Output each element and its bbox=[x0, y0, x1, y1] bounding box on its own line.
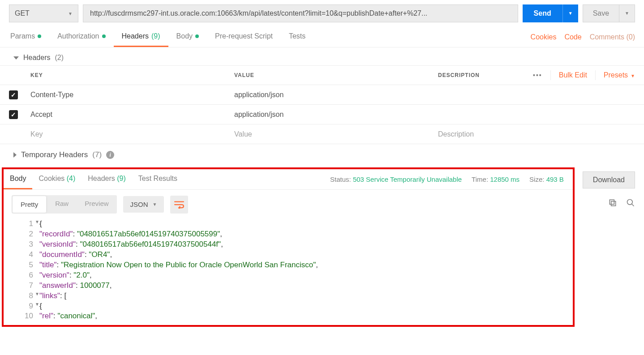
code-link[interactable]: Code bbox=[564, 33, 581, 41]
code-line: 2"recordId": "048016517ab56ef01451974037… bbox=[4, 229, 573, 240]
wrap-icon bbox=[174, 201, 184, 209]
header-row: ✓ Accept application/json bbox=[0, 105, 644, 124]
view-preview[interactable]: Preview bbox=[77, 195, 116, 214]
wrap-lines-button[interactable] bbox=[170, 196, 188, 214]
format-select[interactable]: JSON ▼ bbox=[123, 196, 164, 213]
size-value: 493 B bbox=[546, 175, 564, 183]
temporary-headers-toggle[interactable]: Temporary Headers (7) i bbox=[0, 144, 644, 166]
request-links: Cookies Code Comments (0) bbox=[531, 33, 642, 41]
presets-link[interactable]: Presets▼ bbox=[604, 71, 635, 79]
dot-icon bbox=[195, 34, 199, 38]
response-side: Download bbox=[576, 166, 644, 216]
header-description-input[interactable]: Description bbox=[434, 130, 644, 138]
cookies-link[interactable]: Cookies bbox=[531, 33, 557, 41]
copy-icon[interactable] bbox=[608, 198, 617, 207]
svg-line-3 bbox=[632, 204, 634, 206]
code-line: 6"version": "2.0", bbox=[4, 270, 573, 281]
fold-icon[interactable]: ▼ bbox=[35, 291, 39, 297]
headers-title: Headers bbox=[23, 54, 50, 62]
chevron-right-icon bbox=[13, 152, 17, 158]
status-value: 503 Service Temporarily Unavailable bbox=[353, 175, 462, 183]
more-options-icon[interactable]: ••• bbox=[533, 72, 542, 79]
search-icon[interactable] bbox=[626, 198, 635, 207]
header-key[interactable]: Content-Type bbox=[27, 91, 231, 99]
response-tab-body[interactable]: Body bbox=[4, 169, 32, 189]
temporary-headers-count: (7) bbox=[92, 150, 102, 159]
header-key-input[interactable]: Key bbox=[27, 130, 231, 138]
chevron-down-icon: ▼ bbox=[153, 202, 157, 207]
request-tabs: Params Authorization Headers(9) Body Pre… bbox=[0, 27, 644, 47]
code-line: 8▼"links": [ bbox=[4, 291, 573, 301]
view-mode-segment: Pretty Raw Preview bbox=[12, 195, 117, 214]
tab-headers[interactable]: Headers(9) bbox=[114, 27, 168, 47]
tab-pre-request[interactable]: Pre-request Script bbox=[207, 27, 281, 47]
response-body: 1▼{2"recordId": "048016517ab56ef01451974… bbox=[4, 219, 573, 325]
code-line: 9▼{ bbox=[4, 301, 573, 312]
save-button[interactable]: Save ▼ bbox=[583, 4, 635, 22]
header-value[interactable]: application/json bbox=[231, 91, 434, 99]
view-pretty[interactable]: Pretty bbox=[13, 196, 46, 213]
status-label: Status: bbox=[330, 175, 351, 183]
header-value[interactable]: application/json bbox=[231, 111, 434, 119]
time-label: Time: bbox=[472, 175, 488, 183]
send-dropdown-icon[interactable]: ▼ bbox=[563, 4, 578, 22]
view-raw[interactable]: Raw bbox=[47, 195, 77, 214]
send-button[interactable]: Send ▼ bbox=[523, 4, 578, 22]
code-line: 4"documentId": "OR4", bbox=[4, 250, 573, 260]
response-view-bar: Pretty Raw Preview JSON ▼ bbox=[4, 190, 573, 219]
header-value-input[interactable]: Value bbox=[231, 130, 434, 138]
request-bar: GET ▼ http://fuscdrmsmc297-int.us.oracle… bbox=[0, 0, 644, 27]
response-tab-tests[interactable]: Test Results bbox=[132, 169, 184, 189]
comments-link[interactable]: Comments (0) bbox=[590, 33, 635, 41]
size-label: Size: bbox=[529, 175, 544, 183]
checkbox[interactable]: ✓ bbox=[9, 110, 18, 119]
method-label: GET bbox=[15, 9, 30, 17]
header-row-new: ✓ Key Value Description bbox=[0, 124, 644, 144]
code-line: 10"rel": "canonical", bbox=[4, 311, 573, 321]
time-value: 12850 ms bbox=[490, 175, 519, 183]
col-description: DESCRIPTION bbox=[434, 72, 533, 78]
code-line: 7"answerId": 1000077, bbox=[4, 281, 573, 291]
chevron-down-icon: ▼ bbox=[631, 73, 635, 78]
col-key: KEY bbox=[27, 72, 231, 78]
chevron-down-icon: ▼ bbox=[68, 11, 73, 16]
headers-toggle[interactable]: Headers (2) bbox=[13, 54, 635, 62]
save-dropdown-icon[interactable]: ▼ bbox=[619, 5, 635, 22]
response-tab-headers[interactable]: Headers (9) bbox=[82, 169, 132, 189]
header-row: ✓ Content-Type application/json bbox=[0, 85, 644, 105]
send-button-label: Send bbox=[523, 4, 563, 22]
code-line: 1▼{ bbox=[4, 219, 573, 229]
url-input[interactable]: http://fuscdrmsmc297-int.us.oracle.com:1… bbox=[83, 4, 518, 22]
svg-rect-1 bbox=[610, 200, 614, 204]
headers-count: (2) bbox=[55, 54, 64, 62]
info-icon[interactable]: i bbox=[106, 151, 114, 159]
header-key[interactable]: Accept bbox=[27, 111, 231, 119]
fold-icon[interactable]: ▼ bbox=[35, 219, 39, 225]
svg-point-2 bbox=[627, 200, 633, 205]
code-line: 5"title": "Registration Now Open to the … bbox=[4, 260, 573, 270]
save-button-label: Save bbox=[583, 5, 619, 22]
highlight-annotation: Body Cookies (4) Headers (9) Test Result… bbox=[2, 167, 575, 327]
headers-table-head: KEY VALUE DESCRIPTION ••• Bulk Edit Pres… bbox=[0, 65, 644, 85]
download-button[interactable]: Download bbox=[583, 171, 635, 188]
fold-icon[interactable]: ▼ bbox=[35, 301, 39, 308]
headers-section: Headers (2) bbox=[0, 47, 644, 65]
checkbox[interactable]: ✓ bbox=[9, 90, 18, 99]
response-tab-cookies[interactable]: Cookies (4) bbox=[32, 169, 82, 189]
response-meta: Status: 503 Service Temporarily Unavaila… bbox=[330, 175, 564, 183]
bulk-edit-link[interactable]: Bulk Edit bbox=[559, 71, 587, 79]
tab-authorization[interactable]: Authorization bbox=[49, 27, 113, 47]
dot-icon bbox=[38, 34, 41, 38]
chevron-down-icon bbox=[13, 56, 19, 60]
method-select[interactable]: GET ▼ bbox=[9, 4, 78, 22]
code-line: 3"versionId": "048016517ab56ef0145197403… bbox=[4, 240, 573, 250]
response-top-bar: Body Cookies (4) Headers (9) Test Result… bbox=[4, 169, 573, 190]
tab-params[interactable]: Params bbox=[2, 27, 49, 47]
col-value: VALUE bbox=[231, 72, 434, 78]
response-area: Body Cookies (4) Headers (9) Test Result… bbox=[0, 166, 644, 327]
tab-tests[interactable]: Tests bbox=[281, 27, 313, 47]
dot-icon bbox=[102, 34, 106, 38]
svg-rect-0 bbox=[611, 201, 616, 206]
temporary-headers-title: Temporary Headers bbox=[21, 150, 88, 159]
tab-body[interactable]: Body bbox=[168, 27, 207, 47]
